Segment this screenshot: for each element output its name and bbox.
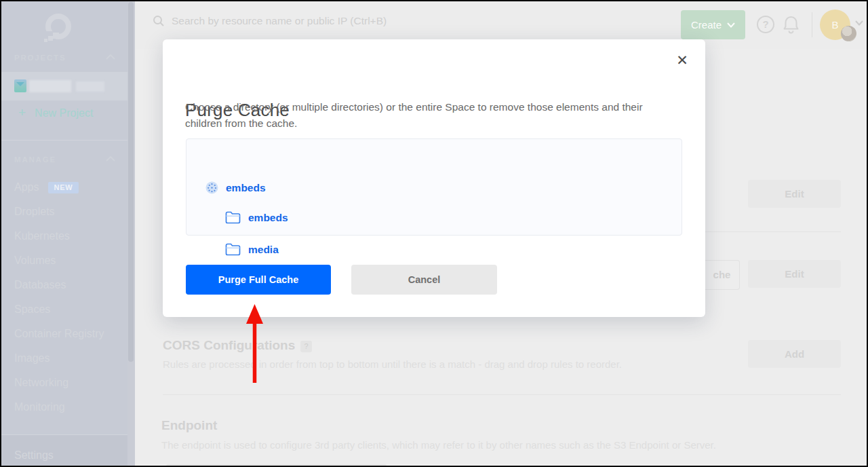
sidebar-item-label: Monitoring [14,395,65,419]
plus-icon: + [18,105,26,119]
edit-button-2[interactable]: Edit [748,260,841,288]
manage-section-label: MANAGE [14,155,56,164]
sidebar-item-droplets[interactable]: Droplets [0,200,127,224]
endpoint-subtitle: The endpoint is used to configure 3rd pa… [161,439,716,451]
sidebar-item-label: Spaces [14,297,50,322]
topbar-divider [812,12,812,37]
sidebar-item-networking[interactable]: Networking [0,371,127,395]
search-icon [153,15,165,27]
cors-configurations-title: CORS Configurations [163,338,295,353]
projects-section-label: PROJECTS [14,54,66,62]
folder-icon [225,211,241,224]
projects-collapse-chevron-icon[interactable] [106,54,115,60]
sidebar-item-images[interactable]: Images [0,346,127,371]
close-icon[interactable]: ✕ [675,54,689,68]
chevron-down-icon [727,22,735,28]
avatar-initial: B [831,19,838,31]
global-search-field[interactable]: Search by resource name or public IP (Ct… [153,15,387,27]
sidebar: PROJECTS +New Project MANAGE Apps NEW Dr… [0,0,127,467]
add-cors-button[interactable]: Add [748,340,841,368]
cors-help-icon[interactable]: ? [300,341,312,352]
project-name-redacted [29,80,71,92]
sidebar-scrollbar[interactable] [127,0,135,467]
sidebar-item-kubernetes[interactable]: Kubernetes [0,224,127,248]
tree-folder-label: media [248,244,279,256]
sidebar-item-settings[interactable]: Settings [14,449,54,462]
help-button[interactable]: ? [757,16,774,33]
tree-folder-media[interactable]: media [225,243,279,256]
sidebar-scrollbar-thumb[interactable] [128,2,134,362]
space-bucket-icon [205,181,218,194]
purge-cache-button-partially-hidden[interactable]: che [705,260,740,290]
section-divider [163,394,841,395]
create-button[interactable]: Create [681,10,745,39]
sidebar-nav: Apps NEW Droplets Kubernetes Volumes Dat… [0,175,127,419]
sidebar-item-spaces[interactable]: Spaces [0,297,127,322]
account-chevron-down-icon[interactable] [855,20,863,26]
new-badge: NEW [48,182,78,193]
project-item-selected[interactable] [0,72,127,100]
sidebar-item-databases[interactable]: Databases [0,273,127,297]
sidebar-item-monitoring[interactable]: Monitoring [0,395,127,419]
sidebar-item-container-registry[interactable]: Container Registry [0,322,127,346]
sidebar-item-apps[interactable]: Apps NEW [0,175,127,200]
project-name-redacted-2 [76,81,104,92]
modal-description: Choose a directory (or multiple director… [185,99,660,132]
tree-root-space[interactable]: embeds [205,181,266,194]
purge-full-cache-button[interactable]: Purge Full Cache [186,265,331,295]
question-mark-icon: ? [762,18,768,30]
search-placeholder: Search by resource name or public IP (Ct… [172,15,387,27]
endpoint-title: Endpoint [161,418,217,433]
sidebar-divider [0,140,127,141]
tree-folder-label: embeds [248,212,288,224]
sidebar-item-volumes[interactable]: Volumes [0,248,127,273]
purge-cache-modal: ✕ Purge Cache Choose a directory (or mul… [163,39,705,317]
new-project-button[interactable]: +New Project [18,105,93,120]
digitalocean-logo-icon[interactable] [43,14,73,45]
cancel-button[interactable]: Cancel [351,265,497,295]
manage-collapse-chevron-icon[interactable] [106,156,115,162]
team-mini-avatar [841,26,856,41]
sidebar-item-label: Images [14,346,50,371]
new-project-label: New Project [35,107,93,119]
sidebar-item-label: Databases [14,273,66,297]
sidebar-item-label: Networking [14,371,68,395]
folder-icon [225,243,241,256]
create-button-label: Create [691,19,722,31]
cache-directory-tree: embeds embeds media [186,138,682,236]
sidebar-divider-bottom [0,434,127,435]
project-avatar [14,79,26,92]
cors-subtitle: Rules are processed in order from top to… [163,358,622,370]
sidebar-item-label: Apps [14,175,39,200]
edit-button-1[interactable]: Edit [748,180,841,208]
endpoint-value-field-clipped [166,464,387,467]
sidebar-item-label: Kubernetes [14,224,70,248]
notifications-bell-icon[interactable] [783,16,800,37]
sidebar-item-label: Volumes [14,248,56,273]
tree-root-label: embeds [226,182,266,194]
sidebar-item-label: Container Registry [14,322,104,346]
tree-folder-embeds[interactable]: embeds [225,211,288,224]
sidebar-item-label: Droplets [14,200,55,224]
